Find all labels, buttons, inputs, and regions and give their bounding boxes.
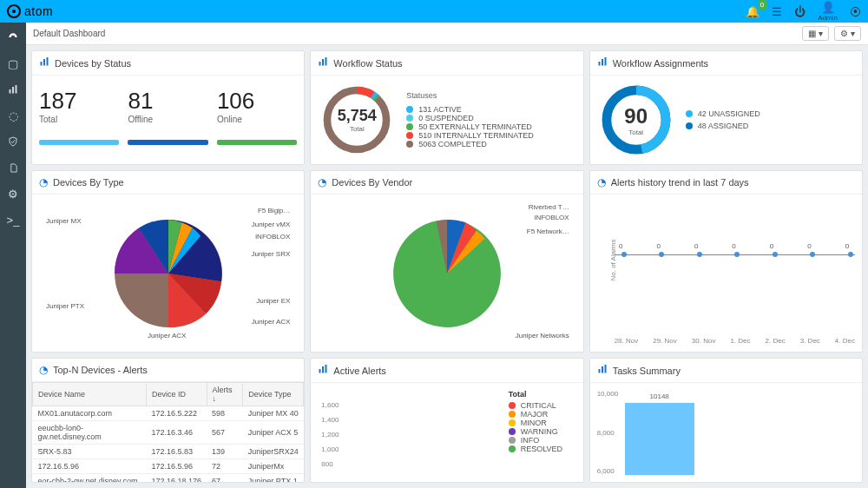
card-devices-by-type: ◔Devices By Type	[31, 170, 305, 353]
table-cell: 67	[207, 474, 243, 483]
status-label: Online	[217, 115, 297, 124]
table-row[interactable]: SRX-5.83172.16.5.83139JuniperSRX24	[33, 445, 304, 459]
legend-label: 50 EXTERNALLY TERMINATED	[418, 122, 531, 131]
card-tasks-summary: Tasks Summary 10,0008,0006,000 10148	[589, 358, 863, 483]
list-icon[interactable]: ☰	[772, 5, 782, 18]
svg-rect-20	[319, 369, 321, 373]
table-cell: JuniperMx	[243, 459, 304, 474]
legend-item: 48 ASSIGNED	[686, 122, 760, 130]
callout: Juniper PTX	[46, 302, 84, 310]
table-header[interactable]: Device ID	[146, 383, 207, 406]
table-cell: 172.16.3.46	[146, 421, 207, 445]
card-title: Active Alerts	[333, 366, 386, 376]
svg-rect-1	[12, 87, 14, 94]
sidebar-shield-icon[interactable]	[8, 132, 18, 151]
tasks-bar-label: 10148	[650, 392, 669, 400]
legend-dot	[509, 445, 516, 452]
trend-point	[810, 252, 815, 257]
user-icon: 👤	[821, 1, 835, 14]
card-title: Devices By Type	[53, 177, 124, 188]
table-row[interactable]: eeucbb-lon0-gw.net.disney.com172.16.3.46…	[33, 421, 304, 445]
legend-label: WARNING	[521, 427, 558, 436]
card-title: Devices by Status	[55, 58, 131, 69]
card-active-alerts: Active Alerts 1,6001,4001,2001,000800 To…	[310, 358, 583, 483]
legend-label: 48 ASSIGNED	[698, 122, 749, 130]
sidebar-analytics-icon[interactable]	[8, 80, 18, 99]
sidebar-settings-icon[interactable]: ⚙	[8, 184, 18, 203]
svg-rect-15	[604, 57, 606, 66]
table-header[interactable]: Device Name	[33, 383, 147, 406]
legend-dot	[509, 411, 516, 418]
legend-dot	[406, 115, 413, 122]
legend-dot	[509, 428, 516, 435]
legend-item: INFO	[509, 436, 576, 445]
y-tick: 1,000	[321, 445, 508, 453]
status-value: 187	[39, 88, 119, 115]
status-label: Total	[39, 115, 119, 124]
legend-item: 0 SUSPENDED	[406, 114, 533, 122]
legend-label: 131 ACTIVE	[418, 105, 462, 114]
top-icons: 🔔0 ☰ ⏻ 👤 Admin ⦿	[746, 1, 861, 22]
table-cell: 598	[207, 406, 243, 421]
aa-legend-title: Total	[509, 390, 576, 399]
callout: Juniper EX	[256, 297, 290, 305]
svg-rect-23	[598, 369, 600, 373]
table-cell: 172.16.5.222	[146, 406, 207, 421]
table-cell: JuniperSRX24	[243, 445, 304, 459]
trend-point-label: 0	[845, 242, 849, 250]
trend-point-label: 0	[619, 242, 622, 250]
card-devices-by-status: Devices by Status 187Total81Offline106On…	[31, 50, 305, 165]
legend-item: 5063 COMPLETED	[406, 140, 533, 148]
dashboard-settings-button[interactable]: ⚙ ▾	[834, 26, 861, 41]
location-icon[interactable]: ⦿	[850, 5, 861, 18]
table-cell: 172.16.5.96	[33, 459, 147, 474]
trend-x-label: 1. Dec	[730, 337, 750, 345]
table-row[interactable]: 172.16.5.96172.16.5.9672JuniperMx	[33, 459, 304, 474]
trend-point-label: 0	[732, 242, 735, 250]
notifications-icon[interactable]: 🔔0	[746, 5, 760, 18]
callout: Juniper ACX	[148, 332, 186, 340]
sidebar-dashboard-icon[interactable]	[7, 28, 19, 47]
legend-item: 510 INTERNALLY TERMINATED	[406, 131, 533, 140]
sidebar-terminal-icon[interactable]: >_	[7, 210, 20, 229]
legend-label: 510 INTERNALLY TERMINATED	[418, 131, 533, 140]
trend-point	[659, 252, 664, 257]
pie-chart-icon: ◔	[318, 176, 326, 188]
status-bar	[217, 140, 297, 145]
power-icon[interactable]: ⏻	[794, 5, 806, 18]
table-header[interactable]: Alerts ↓	[207, 383, 243, 406]
legend-label: 0 SUSPENDED	[418, 114, 474, 122]
workflow-status-donut: 5,754Total	[318, 81, 396, 159]
trend-point-label: 0	[694, 242, 698, 250]
sidebar: ▢ ◌ ⚙ >_	[0, 23, 26, 488]
callout: F5 Network…	[527, 228, 569, 235]
legend-label: INFO	[521, 436, 540, 445]
callout: Juniper MX	[46, 217, 81, 225]
callout: Juniper SRX	[251, 250, 290, 258]
topbar: atom 🔔0 ☰ ⏻ 👤 Admin ⦿	[0, 0, 868, 23]
card-title: Tasks Summary	[613, 366, 681, 376]
layout-toggle-button[interactable]: ▦ ▾	[802, 26, 829, 41]
bar-chart-icon	[39, 56, 49, 69]
callout: F5 Bigip…	[258, 207, 290, 214]
sidebar-devices-icon[interactable]: ▢	[8, 54, 18, 73]
sidebar-document-icon[interactable]	[9, 158, 18, 177]
y-tick: 1,200	[321, 431, 508, 439]
table-row[interactable]: MX01.anutacorp.com172.16.5.222598Juniper…	[33, 406, 304, 421]
bar-chart-icon	[318, 56, 328, 69]
workflow-total: 5,754	[338, 107, 377, 125]
status-col: 187Total	[39, 88, 119, 124]
legend-label: RESOLVED	[521, 445, 562, 453]
trend-point	[773, 252, 778, 257]
table-cell: eeucbb-lon0-gw.net.disney.com	[33, 421, 147, 445]
sidebar-workflow-icon[interactable]: ◌	[9, 106, 18, 125]
assign-total: 90	[624, 104, 648, 129]
user-menu[interactable]: 👤 Admin	[818, 1, 838, 22]
table-header[interactable]: Device Type	[243, 383, 304, 406]
callout: Juniper Networks	[516, 332, 569, 340]
topn-table: Device NameDevice IDAlerts ↓Device Type …	[32, 382, 304, 482]
legend-item: MINOR	[509, 419, 576, 427]
brand: atom	[7, 4, 53, 18]
trend-point	[697, 252, 702, 257]
table-row[interactable]: eor-cbb-2-gw.net.disney.com172.16.18.176…	[33, 474, 304, 483]
